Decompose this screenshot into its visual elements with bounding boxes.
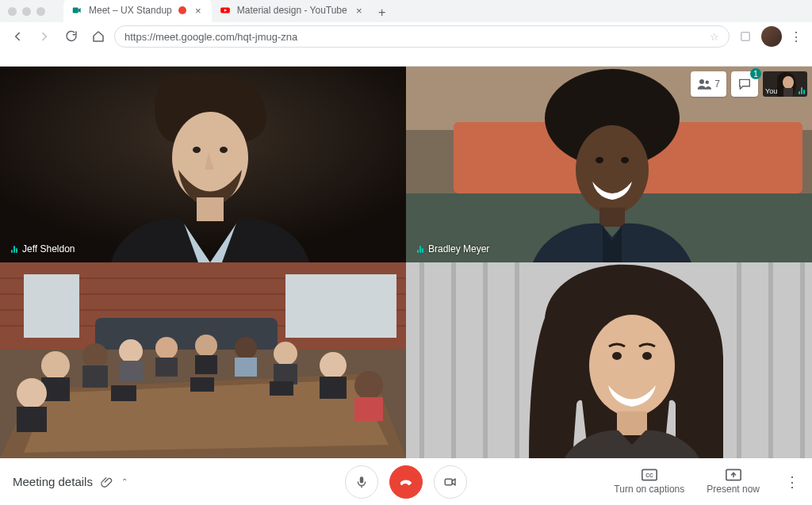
svg-text:CC: CC — [645, 472, 653, 478]
chat-button[interactable]: 1 — [731, 71, 758, 97]
attachment-icon — [101, 476, 113, 488]
more-options-button[interactable]: ⋮ — [782, 473, 799, 491]
present-icon — [726, 469, 741, 481]
back-button[interactable] — [6, 25, 29, 48]
svg-rect-69 — [360, 476, 364, 483]
browser-menu-button[interactable]: ⋮ — [787, 29, 806, 44]
participant-name-tag: Jeff Sheldon — [6, 242, 80, 256]
svg-rect-50 — [270, 381, 293, 396]
participants-button[interactable]: 7 — [691, 71, 726, 97]
puzzle-icon — [738, 29, 753, 44]
present-label: Present now — [707, 484, 760, 495]
participant-name: Jeff Sheldon — [22, 243, 75, 254]
camera-icon — [443, 475, 458, 489]
svg-point-32 — [119, 339, 143, 363]
new-tab-button[interactable]: + — [373, 3, 392, 22]
svg-rect-31 — [82, 365, 108, 388]
arrow-left-icon — [10, 29, 25, 44]
svg-rect-68 — [783, 88, 793, 97]
svg-point-38 — [235, 337, 257, 359]
svg-point-64 — [706, 81, 710, 85]
video-area: Jeff Sheldon — [0, 67, 812, 458]
captions-label: Turn on captions — [614, 484, 684, 495]
svg-point-36 — [195, 335, 217, 357]
svg-point-60 — [612, 352, 622, 360]
svg-rect-37 — [195, 355, 217, 374]
youtube-icon — [220, 5, 231, 16]
meeting-details-button[interactable]: Meeting details ⌃ — [13, 475, 128, 488]
svg-point-15 — [576, 125, 649, 214]
participant-name-tag: Bradley Meyer — [412, 242, 494, 256]
video-tile-jeff[interactable]: Jeff Sheldon — [0, 67, 406, 262]
reload-button[interactable] — [60, 25, 82, 48]
traffic-light-close[interactable] — [8, 7, 17, 16]
recording-indicator-icon — [178, 6, 186, 14]
home-icon — [91, 29, 105, 44]
microphone-button[interactable] — [345, 465, 378, 499]
svg-point-6 — [193, 147, 201, 153]
svg-point-63 — [699, 79, 704, 84]
captions-button[interactable]: CC Turn on captions — [614, 469, 684, 495]
video-tile-room[interactable] — [0, 262, 406, 458]
traffic-light-zoom[interactable] — [36, 7, 45, 16]
arrow-right-icon — [37, 29, 52, 44]
forward-button[interactable] — [33, 25, 56, 48]
svg-point-30 — [82, 343, 108, 369]
address-bar[interactable]: https://meet.google.com/hqt-jmug-zna ☆ — [114, 25, 730, 48]
tab-youtube[interactable]: Material design - YouTube × — [212, 0, 373, 22]
hangup-button[interactable] — [389, 465, 423, 499]
svg-rect-70 — [445, 479, 452, 485]
svg-point-7 — [220, 147, 228, 153]
camera-button[interactable] — [434, 465, 467, 499]
present-button[interactable]: Present now — [707, 469, 760, 495]
svg-point-28 — [41, 351, 70, 380]
home-button[interactable] — [87, 25, 109, 48]
self-view-thumbnail[interactable]: You — [763, 71, 807, 97]
chevron-up-icon: ⌃ — [121, 477, 128, 486]
chat-icon — [737, 78, 752, 90]
svg-rect-0 — [73, 8, 79, 13]
svg-point-40 — [274, 342, 297, 365]
participant-name: Bradley Meyer — [428, 243, 489, 254]
tab-title: Meet – UX Standup — [89, 5, 172, 16]
svg-point-34 — [155, 337, 178, 359]
phone-hangup-icon — [397, 473, 415, 491]
svg-point-46 — [17, 378, 47, 408]
bottom-bar: Meeting details ⌃ CC Turn on captions Pr… — [0, 458, 812, 505]
self-label: You — [765, 87, 777, 95]
participant-count: 7 — [714, 78, 720, 90]
url-text: https://meet.google.com/hqt-jmug-zna — [124, 31, 297, 43]
reload-icon — [64, 29, 79, 44]
svg-point-61 — [642, 352, 652, 360]
svg-point-16 — [596, 157, 603, 163]
captions-icon: CC — [642, 469, 657, 481]
tab-close-icon[interactable]: × — [193, 5, 204, 17]
svg-rect-25 — [24, 274, 79, 338]
bookmark-star-icon[interactable]: ☆ — [710, 31, 719, 43]
profile-avatar[interactable] — [761, 26, 782, 47]
tab-title: Material design - YouTube — [237, 5, 347, 16]
svg-point-44 — [354, 371, 383, 400]
video-tile-participant4[interactable] — [406, 262, 812, 458]
traffic-light-minimize[interactable] — [22, 7, 31, 16]
svg-rect-39 — [235, 358, 257, 377]
right-controls: CC Turn on captions Present now ⋮ — [614, 469, 799, 495]
top-right-overlay: 7 1 You — [691, 71, 807, 97]
svg-rect-62 — [617, 411, 647, 435]
tab-strip: Meet – UX Standup × Material design - Yo… — [56, 0, 812, 22]
tab-meet[interactable]: Meet – UX Standup × — [63, 0, 212, 22]
speaking-indicator-icon — [799, 86, 805, 94]
svg-rect-49 — [190, 377, 214, 392]
svg-point-17 — [621, 157, 629, 163]
chat-badge: 1 — [750, 68, 761, 79]
people-icon — [697, 78, 711, 90]
svg-rect-2 — [741, 33, 750, 41]
browser-chrome: Meet – UX Standup × Material design - Yo… — [0, 0, 812, 67]
tab-close-icon[interactable]: × — [354, 5, 365, 17]
svg-rect-18 — [599, 208, 625, 227]
svg-rect-26 — [285, 274, 396, 338]
svg-point-67 — [783, 76, 794, 89]
microphone-icon — [354, 475, 369, 489]
extensions-button[interactable] — [734, 25, 756, 48]
address-row: https://meet.google.com/hqt-jmug-zna ☆ ⋮ — [0, 22, 812, 51]
